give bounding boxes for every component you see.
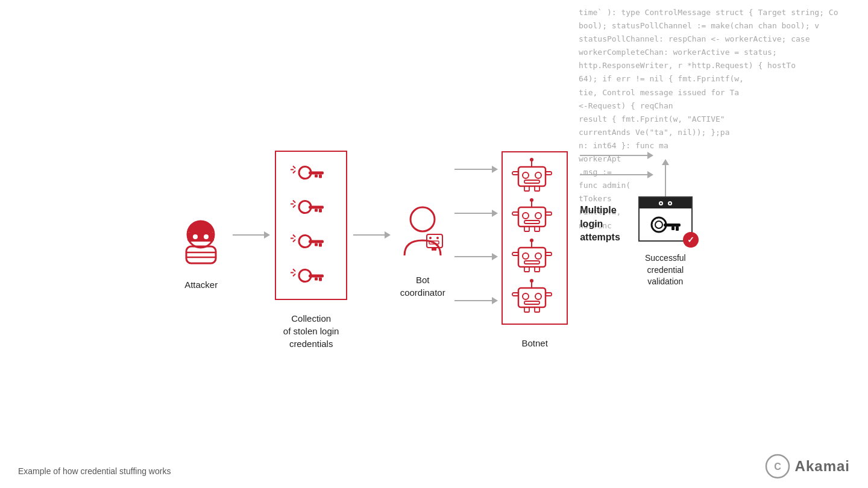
robot-4: [512, 281, 557, 316]
collection-label: Collectionof stolen logincredentials: [283, 312, 339, 350]
svg-point-77: [530, 279, 533, 283]
coordinator-label: Botcoordinator: [400, 274, 445, 299]
top-arrow-row: [580, 155, 652, 156]
code-line: http.ResponseWriter, r *http.Request) { …: [579, 59, 856, 72]
svg-line-30: [293, 274, 295, 276]
svg-rect-78: [512, 293, 518, 296]
svg-rect-27: [315, 243, 318, 246]
attacker-icon: [175, 209, 227, 266]
svg-point-47: [530, 158, 533, 161]
svg-rect-19: [319, 208, 322, 212]
akamai-brand-name: Akamai: [795, 458, 850, 475]
svg-line-14: [293, 200, 295, 202]
svg-text:C: C: [774, 461, 781, 472]
svg-point-73: [523, 293, 529, 299]
svg-rect-69: [546, 252, 552, 255]
svg-rect-12: [319, 174, 322, 178]
svg-point-38: [436, 237, 439, 239]
svg-point-5: [193, 234, 198, 239]
svg-rect-55: [524, 221, 539, 224]
robot-1: [512, 160, 557, 195]
credential-box: ✓: [638, 196, 693, 242]
key-2: [286, 193, 336, 223]
checkmark-badge: ✓: [683, 232, 699, 248]
svg-point-83: [655, 221, 662, 228]
credential-validation-group: ✓ Successfulcredentialvalidation: [638, 160, 693, 288]
svg-rect-84: [664, 224, 681, 227]
fan-arrow-1: [454, 169, 497, 170]
arrow-1: [233, 234, 269, 236]
footer-caption: Example of how credential stuffing works: [18, 466, 171, 476]
top-arrow-line: [580, 155, 652, 156]
svg-point-44: [535, 172, 541, 178]
svg-line-7: [293, 166, 295, 168]
svg-line-21: [293, 234, 295, 237]
svg-rect-45: [524, 180, 539, 183]
svg-rect-59: [546, 212, 552, 215]
robot-2: [512, 200, 557, 236]
svg-rect-86: [671, 227, 675, 230]
svg-rect-11: [309, 171, 324, 174]
key-icon-large: [650, 213, 681, 237]
svg-rect-33: [319, 277, 322, 281]
collection-node: Collectionof stolen logincredentials: [275, 151, 347, 350]
vertical-arrow-shaft: [665, 160, 666, 196]
code-line: workerCompleteChan: workerActive = statu…: [579, 46, 856, 59]
svg-rect-68: [512, 252, 518, 255]
arrow-2: [353, 234, 389, 236]
svg-rect-75: [524, 301, 539, 304]
multiple-login-label: Multipleloginattempts: [580, 204, 620, 244]
botnet-label: Botnet: [521, 337, 547, 349]
svg-line-16: [293, 205, 295, 207]
svg-rect-34: [315, 277, 318, 280]
svg-point-43: [523, 172, 529, 178]
svg-rect-49: [546, 172, 552, 175]
svg-rect-25: [309, 240, 324, 243]
main-diagram: Attacker: [0, 72, 868, 428]
svg-rect-13: [315, 174, 318, 177]
fan-arrows: [454, 151, 497, 319]
svg-point-54: [535, 213, 541, 219]
svg-point-63: [523, 253, 529, 259]
key-3: [286, 228, 336, 257]
svg-line-23: [293, 239, 295, 242]
svg-rect-85: [676, 227, 679, 231]
svg-rect-20: [315, 208, 318, 211]
svg-rect-18: [309, 205, 324, 208]
svg-rect-26: [319, 243, 322, 246]
svg-rect-4: [187, 232, 214, 242]
robot-3: [512, 240, 557, 276]
svg-point-53: [523, 213, 529, 219]
svg-rect-79: [546, 293, 552, 296]
svg-line-9: [293, 170, 295, 173]
successful-label: Successfulcredentialvalidation: [645, 252, 686, 288]
svg-rect-40: [432, 248, 434, 251]
botnet-node: Botnet: [502, 151, 568, 349]
key-1: [286, 159, 336, 189]
attacker-node: Attacker: [175, 209, 227, 291]
svg-line-28: [293, 269, 295, 271]
attacker-label: Attacker: [184, 278, 218, 291]
svg-rect-0: [186, 246, 216, 263]
svg-point-64: [535, 253, 541, 259]
svg-point-35: [410, 207, 435, 231]
code-line: time` ): type ControlMessage struct { Ta…: [579, 6, 856, 19]
window-dot-1: [659, 201, 663, 205]
svg-rect-58: [512, 212, 518, 215]
akamai-icon: C: [765, 454, 790, 479]
fan-arrow-4: [454, 300, 497, 301]
svg-point-6: [204, 234, 209, 239]
svg-point-57: [530, 198, 533, 202]
key-4: [286, 262, 336, 292]
vertical-arrow-container: [665, 160, 666, 196]
fan-arrow-3: [454, 256, 497, 257]
coordinator-icon: [395, 201, 450, 261]
svg-rect-41: [434, 248, 436, 251]
code-line: bool); statusPollChannel := make(chan ch…: [579, 19, 856, 33]
fan-arrow-2: [454, 213, 497, 214]
svg-rect-32: [309, 274, 324, 277]
svg-point-74: [535, 293, 541, 299]
window-dot-2: [668, 201, 672, 205]
akamai-logo: C Akamai: [765, 454, 850, 479]
code-line: statusPollChannel: respChan <- workerAct…: [579, 33, 856, 46]
